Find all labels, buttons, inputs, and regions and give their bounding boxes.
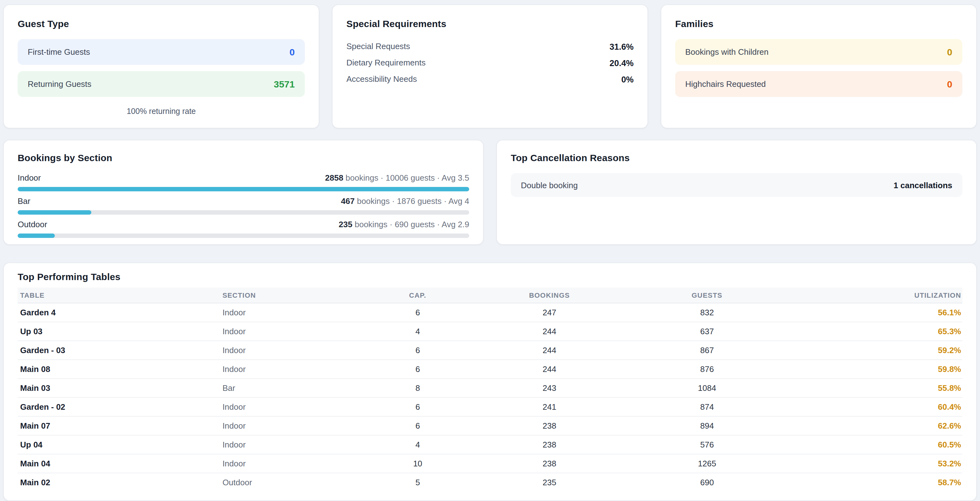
section-indoor-bookings: 2858 xyxy=(325,173,343,182)
cell-guests: 894 xyxy=(617,416,796,435)
cell-guests: 1265 xyxy=(617,454,796,473)
table-row: Garden 4 Indoor 6 247 832 56.1% xyxy=(18,303,963,322)
cancellation-reason-label: Double booking xyxy=(521,180,578,190)
guest-type-card: Guest Type First-time Guests 0 Returning… xyxy=(3,5,319,128)
table-row: Main 03 Bar 8 243 1084 55.8% xyxy=(18,379,963,398)
cell-utilization: 59.8% xyxy=(796,360,963,379)
scale-wrapper: Guest Type First-time Guests 0 Returning… xyxy=(0,0,980,501)
column-header-table: TABLE xyxy=(18,288,222,303)
cell-bookings: 247 xyxy=(481,303,617,322)
section-outdoor-stats: 235 bookings · 690 guests · Avg 2.9 xyxy=(339,220,469,230)
top-cancellation-reasons-card: Top Cancellation Reasons Double booking … xyxy=(496,140,977,245)
cell-section: Indoor xyxy=(222,398,354,416)
bookings-by-section-card: Bookings by Section Indoor 2858 bookings… xyxy=(3,140,484,245)
table-row: Garden - 02 Indoor 6 241 874 60.4% xyxy=(18,398,963,416)
returning-guests-value: 3571 xyxy=(274,79,295,89)
section-bar-bar-fill xyxy=(18,210,91,215)
cell-guests: 876 xyxy=(617,360,796,379)
accessibility-needs-row: Accessibility Needs 0% xyxy=(347,74,633,84)
cell-bookings: 238 xyxy=(481,435,617,454)
highchairs-requested-row: Highchairs Requested 0 xyxy=(675,71,963,97)
table-row: Main 04 Indoor 10 238 1265 53.2% xyxy=(18,454,963,473)
special-requirements-card: Special Requirements Special Requests 31… xyxy=(332,5,648,128)
cell-section: Bar xyxy=(222,379,354,398)
cell-utilization: 56.1% xyxy=(796,303,963,322)
cell-capacity: 10 xyxy=(354,454,481,473)
cell-bookings: 238 xyxy=(481,416,617,435)
section-outdoor-bar-track xyxy=(18,233,469,238)
cell-bookings: 238 xyxy=(481,454,617,473)
section-bar-line: Bar 467 bookings · 1876 guests · Avg 4 xyxy=(18,197,469,206)
cell-section: Indoor xyxy=(222,341,354,360)
top-performing-tables-title: Top Performing Tables xyxy=(18,271,963,283)
section-outdoor-detail: bookings · 690 guests · Avg 2.9 xyxy=(352,220,469,229)
cell-section: Indoor xyxy=(222,416,354,435)
top-tables-header-row: TABLE SECTION CAP. BOOKINGS GUESTS UTILI… xyxy=(18,288,963,303)
cell-utilization: 53.2% xyxy=(796,454,963,473)
cell-guests: 637 xyxy=(617,322,796,341)
top-tables-header: TABLE SECTION CAP. BOOKINGS GUESTS UTILI… xyxy=(18,288,963,303)
cell-bookings: 243 xyxy=(481,379,617,398)
table-row: Up 03 Indoor 4 244 637 65.3% xyxy=(18,322,963,341)
cell-capacity: 6 xyxy=(354,341,481,360)
returning-guests-label: Returning Guests xyxy=(28,79,91,89)
cell-bookings: 244 xyxy=(481,322,617,341)
bookings-by-section-title: Bookings by Section xyxy=(18,152,469,164)
first-time-guests-value: 0 xyxy=(290,47,295,57)
cell-utilization: 55.8% xyxy=(796,379,963,398)
bookings-with-children-label: Bookings with Children xyxy=(685,47,768,57)
cell-bookings: 244 xyxy=(481,360,617,379)
section-outdoor-bookings: 235 xyxy=(339,220,352,229)
section-bar-stats: 467 bookings · 1876 guests · Avg 4 xyxy=(341,197,469,206)
cell-capacity: 6 xyxy=(354,416,481,435)
special-requirements-title: Special Requirements xyxy=(347,17,633,30)
accessibility-needs-value: 0% xyxy=(621,75,633,84)
dietary-requirements-row: Dietary Requirements 20.4% xyxy=(347,58,633,68)
table-row: Up 04 Indoor 4 238 576 60.5% xyxy=(18,435,963,454)
section-outdoor-bar-fill xyxy=(18,233,55,238)
column-header-guests: GUESTS xyxy=(617,288,796,303)
dietary-requirements-label: Dietary Requirements xyxy=(347,58,425,68)
cell-section: Indoor xyxy=(222,454,354,473)
cell-capacity: 6 xyxy=(354,303,481,322)
cell-guests: 690 xyxy=(617,473,796,491)
cell-guests: 867 xyxy=(617,341,796,360)
cell-guests: 1084 xyxy=(617,379,796,398)
cell-bookings: 235 xyxy=(481,473,617,491)
cancellation-reason-value: 1 cancellations xyxy=(894,180,952,190)
cell-bookings: 244 xyxy=(481,341,617,360)
section-indoor-bar-track xyxy=(18,187,469,191)
cell-table-name: Garden - 03 xyxy=(18,341,222,360)
special-requests-value: 31.6% xyxy=(609,42,633,51)
middle-cards-row: Bookings by Section Indoor 2858 bookings… xyxy=(3,140,977,245)
cell-table-name: Up 03 xyxy=(18,322,222,341)
cell-utilization: 60.4% xyxy=(796,398,963,416)
returning-rate-footnote: 100% returning rate xyxy=(18,107,305,116)
cell-utilization: 60.5% xyxy=(796,435,963,454)
cell-table-name: Garden - 02 xyxy=(18,398,222,416)
section-bar-detail: bookings · 1876 guests · Avg 4 xyxy=(355,197,469,206)
first-time-guests-row: First-time Guests 0 xyxy=(18,39,305,65)
bookings-with-children-value: 0 xyxy=(947,47,952,57)
cancellation-reason-row: Double booking 1 cancellations xyxy=(511,173,963,197)
top-tables-table: TABLE SECTION CAP. BOOKINGS GUESTS UTILI… xyxy=(18,288,963,491)
column-header-utilization: UTILIZATION xyxy=(796,288,963,303)
table-row: Main 02 Outdoor 5 235 690 58.7% xyxy=(18,473,963,491)
returning-guests-row: Returning Guests 3571 xyxy=(18,71,305,97)
cell-table-name: Main 07 xyxy=(18,416,222,435)
section-indoor: Indoor 2858 bookings · 10006 guests · Av… xyxy=(18,173,469,191)
cell-section: Indoor xyxy=(222,322,354,341)
accessibility-needs-label: Accessibility Needs xyxy=(347,74,417,84)
bookings-with-children-row: Bookings with Children 0 xyxy=(675,39,963,65)
cell-guests: 832 xyxy=(617,303,796,322)
cell-table-name: Main 02 xyxy=(18,473,222,491)
families-card: Families Bookings with Children 0 Highch… xyxy=(661,5,977,128)
cell-utilization: 59.2% xyxy=(796,341,963,360)
families-title: Families xyxy=(675,17,963,30)
column-header-section: SECTION xyxy=(222,288,354,303)
special-requests-row: Special Requests 31.6% xyxy=(347,41,633,52)
section-indoor-name: Indoor xyxy=(18,173,41,183)
cell-utilization: 62.6% xyxy=(796,416,963,435)
section-indoor-stats: 2858 bookings · 10006 guests · Avg 3.5 xyxy=(325,173,469,183)
cell-table-name: Main 04 xyxy=(18,454,222,473)
